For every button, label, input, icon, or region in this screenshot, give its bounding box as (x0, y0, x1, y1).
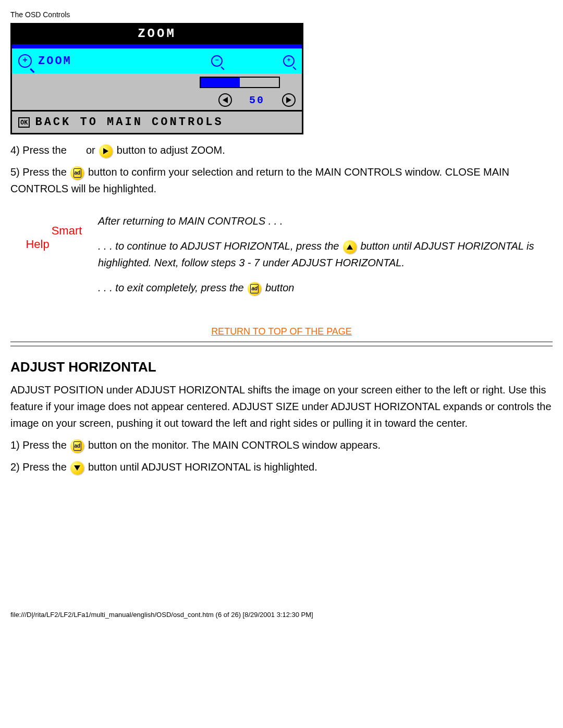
ah-step-2: 2) Press the button until ADJUST HORIZON… (10, 459, 553, 475)
zoom-slider-fill (201, 78, 240, 87)
ok-icon: OK (18, 117, 30, 128)
step5-text-a: 5) Press the (10, 166, 69, 178)
step4-text-b: button to adjust ZOOM. (117, 144, 225, 156)
step5-text-b: button to confirm your selection and ret… (10, 166, 509, 194)
ah-step-1: 1) Press the ad button on the monitor. T… (10, 437, 553, 453)
osd-value-row: 50 (12, 91, 302, 110)
adjust-horizontal-heading: ADJUST HORIZONTAL (10, 359, 553, 375)
smart-help-block: Smart Help After returning to MAIN CONTR… (10, 204, 553, 304)
right-button-icon (99, 144, 113, 158)
divider-1 (10, 341, 553, 342)
osd-zoom-row: + ZOOM − + (12, 48, 302, 73)
smart-text: Smart (52, 224, 82, 238)
nav-left-button[interactable] (218, 93, 232, 107)
divider-2 (10, 346, 553, 347)
step4-or: or (86, 144, 98, 156)
footer-path: file:///D|/rita/LF2/LF2/LFa1/multi_manua… (10, 611, 553, 624)
zoom-minus-icon: − (211, 55, 223, 67)
osd-divider (12, 44, 302, 48)
help-text: Help (26, 238, 49, 251)
zoom-slider[interactable] (200, 77, 280, 88)
osd-title: ZOOM (12, 24, 302, 44)
sh-line3: . . . to exit completely, press the ad b… (98, 279, 553, 296)
sh-line2: . . . to continue to ADJUST HORIZONTAL, … (98, 238, 553, 271)
nav-right-button[interactable] (282, 93, 296, 107)
ok-button-icon-2: ad (248, 282, 261, 295)
ok-button-icon: ad (70, 166, 84, 180)
step-4: 4) Press the or button to adjust ZOOM. (10, 142, 553, 158)
osd-window: ZOOM + ZOOM − + 50 OK BACK TO MAIN CONTR… (10, 23, 303, 134)
step-5: 5) Press the ad button to confirm your s… (10, 164, 553, 197)
return-top-link[interactable]: RETURN TO TOP OF THE PAGE (211, 326, 352, 337)
sh-line1: After returning to MAIN CONTROLS . . . (98, 213, 553, 229)
step4-text-a: 4) Press the (10, 144, 69, 156)
zoom-value: 50 (236, 94, 278, 106)
osd-footer: OK BACK TO MAIN CONTROLS (12, 110, 302, 133)
adjust-horizontal-desc: ADJUST POSITION under ADJUST HORIZONTAL … (10, 381, 553, 431)
osd-slider-row (12, 73, 302, 91)
up-button-icon (343, 240, 357, 254)
ok-button-icon-3: ad (70, 439, 84, 453)
osd-footer-text: BACK TO MAIN CONTROLS (35, 116, 223, 129)
smart-help-label: Smart Help (10, 204, 94, 251)
smart-help-content: After returning to MAIN CONTROLS . . . .… (98, 204, 553, 304)
return-link-wrapper: RETURN TO TOP OF THE PAGE (10, 325, 553, 337)
osd-zoom-label: ZOOM (38, 55, 72, 68)
down-button-icon (70, 461, 84, 475)
zoom-plus-small-icon: + (283, 55, 295, 67)
page-header: The OSD Controls (10, 10, 553, 19)
zoom-plus-icon: + (18, 54, 32, 68)
